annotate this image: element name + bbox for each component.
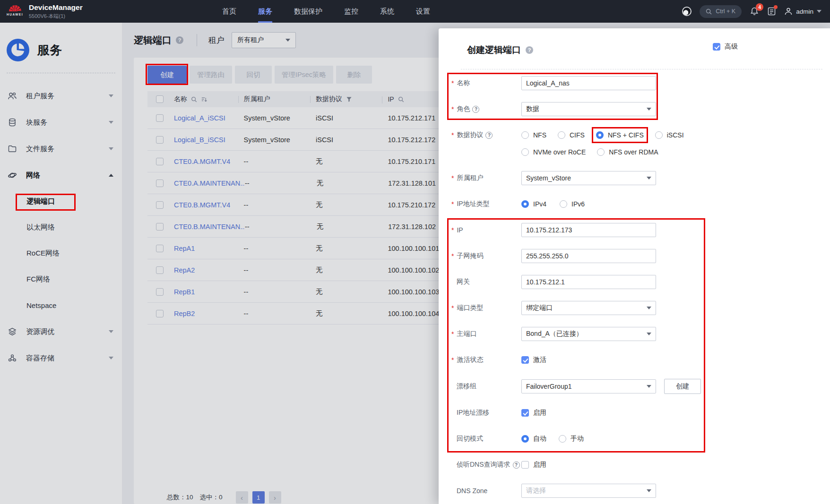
protocol-radio-iscsi[interactable]: iSCSI (655, 131, 684, 139)
field-dns-zone: DNS Zone 请选择 (451, 484, 830, 498)
ip-type-radio-ipv6[interactable]: IPv6 (560, 200, 585, 208)
field-subnet-mask: *子网掩码 (451, 249, 830, 263)
chevron-down-icon (647, 108, 651, 111)
role-select[interactable]: 数据 (521, 102, 656, 116)
home-port-label: 主端口 (457, 330, 476, 338)
ip-failover-label: IP地址漂移 (457, 409, 489, 417)
failback-mode-label: 回切模式 (457, 435, 483, 443)
create-failover-group-button[interactable]: 创建 (664, 379, 701, 394)
field-protocol: *数据协议? NFS CIFS NFS + CIFS iSCSI NVMe ov… (451, 128, 830, 159)
alarm-badge: 4 (756, 3, 763, 11)
ip-type-radio-ipv4[interactable]: IPv4 (521, 200, 546, 208)
dns-listen-checkbox[interactable] (521, 461, 529, 469)
huawei-logo-icon: HUAWEI (7, 5, 23, 16)
search-shortcut: Ctrl + K (716, 8, 735, 15)
create-logical-port-drawer: 创建逻辑端口 ? 高级 *名称 *角色? 数据 *数据协议? (439, 28, 830, 504)
topbar: HUAWEI DeviceManager 5500V6-本端(1) 首页 服务 … (0, 0, 830, 23)
field-tenant: *所属租户 System_vStore (451, 171, 830, 185)
chevron-down-icon (647, 333, 651, 335)
nav-system[interactable]: 系统 (380, 0, 394, 23)
field-gateway: 网关 (451, 275, 830, 289)
alarms-button[interactable]: 4 (750, 7, 759, 16)
advanced-checkbox[interactable] (713, 43, 720, 51)
top-nav: 首页 服务 数据保护 监控 系统 设置 (222, 0, 430, 23)
home-port-select[interactable]: Bond_A（已连接） (521, 327, 656, 341)
ip-failover-option: 启用 (521, 409, 546, 417)
nav-data-protection[interactable]: 数据保护 (294, 0, 322, 23)
field-active-state: *激活状态 激活 (451, 353, 830, 367)
protocol-radio-cifs[interactable]: CIFS (558, 131, 585, 139)
dns-zone-label: DNS Zone (457, 487, 487, 495)
field-ip-type: *IP地址类型 IPv4 IPv6 (451, 197, 830, 211)
ip-input[interactable] (521, 223, 656, 237)
chevron-down-icon (647, 489, 651, 492)
failback-radio-auto[interactable]: 自动 (521, 435, 546, 443)
chevron-down-icon (647, 307, 651, 309)
field-role: *角色? 数据 (451, 102, 830, 116)
port-type-label: 端口类型 (457, 304, 483, 312)
dns-zone-select[interactable]: 请选择 (521, 484, 656, 498)
role-label: 角色 (457, 105, 470, 113)
field-failback-mode: 回切模式 自动 手动 (451, 432, 830, 446)
nav-home[interactable]: 首页 (222, 0, 236, 23)
field-name: *名称 (451, 76, 830, 90)
failover-group-label: 漂移组 (457, 382, 476, 391)
app-title: DeviceManager (29, 3, 83, 12)
user-icon (784, 7, 793, 16)
field-failover-group: 漂移组 FailoverGroup1 创建 (451, 379, 830, 394)
gateway-input[interactable] (521, 275, 656, 289)
user-menu[interactable]: admin (784, 7, 821, 16)
help-icon[interactable]: ? (513, 461, 520, 469)
name-label: 名称 (457, 79, 470, 87)
global-search[interactable]: Ctrl + K (700, 5, 742, 18)
protocol-radio-nvme-roce[interactable]: NVMe over RoCE (521, 148, 586, 156)
tenant-label: 所属租户 (457, 174, 483, 182)
chevron-down-icon (647, 177, 651, 179)
tenant-select[interactable]: System_vStore (521, 171, 656, 185)
user-name: admin (796, 8, 813, 15)
active-checkbox[interactable] (521, 356, 529, 364)
advanced-label: 高级 (725, 43, 738, 51)
gateway-label: 网关 (457, 278, 470, 286)
drawer-title: 创建逻辑端口 ? (467, 44, 533, 56)
name-input[interactable] (521, 76, 656, 90)
ip-failover-checkbox[interactable] (521, 409, 529, 417)
field-port-type: *端口类型 绑定端口 (451, 301, 830, 315)
field-home-port: *主端口 Bond_A（已连接） (451, 327, 830, 341)
active-state-label: 激活状态 (457, 356, 483, 364)
port-type-select[interactable]: 绑定端口 (521, 301, 656, 315)
protocol-radio-nfs[interactable]: NFS (521, 131, 546, 139)
active-state-option: 激活 (521, 356, 546, 364)
protocol-radio-nfs-cifs[interactable]: NFS + CIFS (596, 131, 644, 139)
nav-services[interactable]: 服务 (258, 0, 272, 23)
dns-listen-label: 侦听DNS查询请求 (457, 461, 510, 469)
task-alert-dot (774, 5, 778, 9)
help-icon[interactable]: ? (472, 106, 479, 113)
brand: HUAWEI DeviceManager 5500V6-本端(1) (0, 3, 83, 20)
ip-label: IP (457, 226, 463, 234)
field-dns-listen: 侦听DNS查询请求? 启用 (451, 458, 830, 472)
field-ip-failover: IP地址漂移 启用 (451, 406, 830, 420)
advanced-toggle[interactable]: 高级 (713, 43, 738, 51)
help-icon[interactable]: ? (485, 132, 493, 139)
subnet-mask-input[interactable] (521, 249, 656, 263)
chevron-down-icon (647, 385, 651, 388)
failback-radio-manual[interactable]: 手动 (559, 435, 584, 443)
chevron-down-icon (817, 10, 821, 13)
nav-settings[interactable]: 设置 (416, 0, 430, 23)
ip-type-label: IP地址类型 (457, 200, 489, 208)
tasks-button[interactable] (767, 7, 776, 16)
dns-listen-option: 启用 (521, 461, 546, 469)
failover-group-select[interactable]: FailoverGroup1 (521, 379, 656, 393)
nav-monitor[interactable]: 监控 (344, 0, 358, 23)
capacity-gauge-icon[interactable] (682, 7, 692, 16)
help-icon[interactable]: ? (526, 46, 533, 54)
device-manager-page: HUAWEI DeviceManager 5500V6-本端(1) 首页 服务 … (0, 0, 830, 504)
subnet-mask-label: 子网掩码 (457, 252, 483, 260)
protocol-label: 数据协议 (457, 131, 483, 139)
device-name: 5500V6-本端(1) (29, 13, 83, 20)
protocol-radio-nfs-rdma[interactable]: NFS over RDMA (597, 148, 658, 156)
search-icon (706, 9, 712, 15)
field-ip: *IP (451, 223, 830, 237)
huawei-logo-text: HUAWEI (7, 13, 23, 16)
